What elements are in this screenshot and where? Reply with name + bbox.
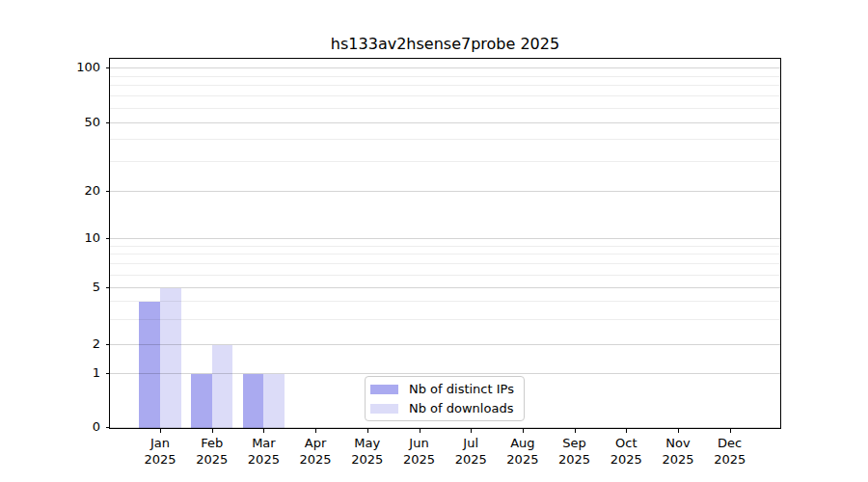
x-tick-jun xyxy=(420,429,420,433)
gridline-major-100 xyxy=(110,67,780,68)
gridline-minor-6 xyxy=(110,275,780,276)
bar-downloads-mar xyxy=(263,374,285,428)
x-tick-jul xyxy=(471,429,472,433)
y-tick-label-5: 5 xyxy=(54,280,100,295)
x-tick-jan xyxy=(160,429,161,433)
legend: Nb of distinct IPs Nb of downloads xyxy=(365,376,525,421)
legend-swatch-downloads xyxy=(370,404,398,414)
y-tick-20 xyxy=(106,191,110,192)
x-tick-mar xyxy=(263,429,264,433)
x-tick-apr xyxy=(315,429,316,433)
bar-distinct-ips-feb xyxy=(191,374,212,428)
y-tick-label-10: 10 xyxy=(54,230,100,246)
y-tick-label-50: 50 xyxy=(54,115,100,130)
bar-downloads-jan xyxy=(160,288,181,428)
gridline-minor-60 xyxy=(110,108,780,109)
y-tick-1 xyxy=(106,373,110,374)
gridline-major-10 xyxy=(110,238,780,239)
chart-title: hs133av2hsense7probe 2025 xyxy=(109,35,781,54)
y-tick-10 xyxy=(106,238,110,239)
gridline-minor-7 xyxy=(110,263,780,264)
gridline-major-2 xyxy=(110,344,780,345)
gridline-minor-70 xyxy=(110,95,780,96)
gridline-major-0 xyxy=(110,427,780,428)
y-tick-0 xyxy=(106,427,110,428)
y-tick-label-1: 1 xyxy=(54,365,100,381)
legend-row-downloads: Nb of downloads xyxy=(370,401,524,416)
y-tick-label-20: 20 xyxy=(54,183,100,199)
gridline-minor-8 xyxy=(110,254,780,254)
gridline-major-5 xyxy=(110,287,780,288)
x-tick-dec xyxy=(730,429,731,433)
y-tick-label-100: 100 xyxy=(54,60,100,75)
chart-figure: hs133av2hsense7probe 2025 0125102050100J… xyxy=(0,0,868,482)
x-tick-feb xyxy=(212,429,213,433)
y-tick-2 xyxy=(106,344,110,345)
legend-label-downloads: Nb of downloads xyxy=(409,401,513,416)
bar-distinct-ips-jan xyxy=(139,302,160,428)
y-tick-50 xyxy=(106,122,110,123)
x-tick-sep xyxy=(575,429,576,433)
x-tick-aug xyxy=(523,429,524,433)
gridline-major-50 xyxy=(110,122,780,123)
gridline-minor-90 xyxy=(110,76,780,77)
plot-area xyxy=(109,58,781,429)
bar-downloads-feb xyxy=(212,345,233,428)
legend-label-distinct-ips: Nb of distinct IPs xyxy=(409,382,514,397)
y-tick-100 xyxy=(106,67,110,68)
y-tick-label-0: 0 xyxy=(54,419,100,435)
bar-distinct-ips-mar xyxy=(243,374,264,428)
gridline-minor-80 xyxy=(110,85,780,86)
y-tick-5 xyxy=(106,287,110,288)
legend-row-distinct-ips: Nb of distinct IPs xyxy=(370,382,524,397)
gridline-minor-9 xyxy=(110,246,780,247)
x-tick-label-dec: Dec 2025 xyxy=(699,435,761,468)
legend-swatch-distinct-ips xyxy=(370,385,398,394)
x-tick-nov xyxy=(678,429,679,433)
y-tick-label-2: 2 xyxy=(54,336,100,352)
x-tick-may xyxy=(367,429,368,433)
gridline-minor-40 xyxy=(110,139,780,140)
gridline-major-20 xyxy=(110,191,780,192)
gridline-minor-4 xyxy=(110,301,780,302)
gridline-minor-3 xyxy=(110,319,780,320)
gridline-minor-30 xyxy=(110,161,780,162)
gridline-major-1 xyxy=(110,373,780,374)
x-tick-oct xyxy=(626,429,627,433)
